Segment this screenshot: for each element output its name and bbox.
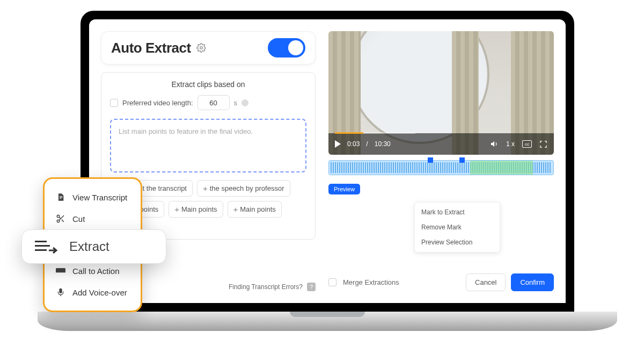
preferred-length-checkbox[interactable] xyxy=(110,99,118,107)
svg-rect-2 xyxy=(60,197,62,198)
preview-button[interactable]: Preview xyxy=(328,184,360,194)
time-sep: / xyxy=(366,140,368,148)
suggestion-chip[interactable]: +Main points xyxy=(228,201,282,218)
play-icon[interactable] xyxy=(335,140,341,148)
preferred-length-row: Preferred video length: s xyxy=(110,95,306,110)
tool-label: Add Voice-over xyxy=(72,288,127,297)
video-progress-bar[interactable] xyxy=(335,132,415,134)
video-controls: 0:03 / 10:30 1 x cc xyxy=(328,133,554,155)
svg-rect-3 xyxy=(60,198,61,199)
suggestion-chip[interactable]: +the speech by professor xyxy=(197,180,290,197)
svg-rect-1 xyxy=(60,196,62,197)
svg-line-8 xyxy=(59,217,61,219)
svg-point-0 xyxy=(200,47,202,49)
extract-label: Extract xyxy=(69,239,109,254)
svg-point-5 xyxy=(57,220,60,222)
mic-icon xyxy=(55,287,66,297)
suggestion-chip[interactable]: +Main points xyxy=(169,201,223,218)
svg-rect-11 xyxy=(60,289,62,293)
video-current-time: 0:03 xyxy=(347,140,360,148)
timeline[interactable] xyxy=(328,160,554,178)
cta-icon xyxy=(55,268,66,275)
transcript-errors-hint: Finding Transcript Errors? xyxy=(229,283,303,291)
timeline-handle[interactable] xyxy=(428,157,433,163)
svg-rect-10 xyxy=(56,272,65,275)
cancel-button[interactable]: Cancel xyxy=(466,273,506,291)
merge-extractions-checkbox[interactable] xyxy=(328,278,336,286)
auto-extract-toggle[interactable] xyxy=(268,38,305,57)
tool-voice-over[interactable]: Add Voice-over xyxy=(45,282,141,303)
svg-line-7 xyxy=(62,220,64,222)
document-icon xyxy=(55,192,66,202)
plus-icon: + xyxy=(203,184,208,193)
info-icon[interactable] xyxy=(241,99,248,106)
context-preview-selection[interactable]: Preview Selection xyxy=(415,235,500,250)
svg-point-4 xyxy=(57,215,60,218)
merge-extractions-label: Merge Extractions xyxy=(343,278,399,286)
prompt-textarea[interactable]: List main points to feature in the final… xyxy=(110,119,306,172)
tool-label: Cut xyxy=(72,214,85,224)
marked-region[interactable] xyxy=(470,161,533,175)
right-panel: 0:03 / 10:30 1 x cc xyxy=(328,31,554,291)
preferred-length-label: Preferred video length: xyxy=(122,99,193,107)
gear-icon[interactable] xyxy=(196,43,206,53)
video-progress-fill xyxy=(335,132,363,134)
laptop-notch xyxy=(290,312,365,317)
svg-rect-15 xyxy=(35,249,47,251)
waveform[interactable] xyxy=(328,160,554,175)
help-icon[interactable]: ? xyxy=(307,283,316,291)
svg-rect-14 xyxy=(35,245,50,247)
auto-extract-header: Auto Extract xyxy=(101,31,316,64)
extract-icon xyxy=(35,239,58,255)
volume-icon[interactable] xyxy=(490,140,499,148)
preferred-length-unit: s xyxy=(234,99,238,107)
context-mark-to-extract[interactable]: Mark to Extract xyxy=(415,205,500,220)
preferred-length-input[interactable] xyxy=(197,95,230,110)
video-total-time: 10:30 xyxy=(375,140,391,148)
context-remove-mark[interactable]: Remove Mark xyxy=(415,220,500,235)
playback-speed[interactable]: 1 x xyxy=(506,140,515,148)
tool-extract-highlight[interactable]: Extract xyxy=(21,229,166,264)
video-preview[interactable]: 0:03 / 10:30 1 x cc xyxy=(328,31,554,155)
laptop-frame: Auto Extract Extract clips based on Pref… xyxy=(80,11,574,312)
tool-label: View Transcript xyxy=(72,193,127,202)
plus-icon: + xyxy=(174,205,179,214)
cc-icon[interactable]: cc xyxy=(522,140,532,148)
scissors-icon xyxy=(55,214,66,224)
timeline-handle[interactable] xyxy=(459,157,465,163)
tool-view-transcript[interactable]: View Transcript xyxy=(45,186,141,208)
timeline-context-menu: Mark to Extract Remove Mark Preview Sele… xyxy=(414,202,500,253)
auto-extract-title: Auto Extract xyxy=(111,40,191,56)
tool-label: Call to Action xyxy=(72,266,120,276)
tool-cut[interactable]: Cut xyxy=(45,208,141,229)
svg-rect-13 xyxy=(35,241,47,242)
confirm-button[interactable]: Confirm xyxy=(511,273,554,291)
plus-icon: + xyxy=(233,205,238,214)
right-footer: Merge Extractions Cancel Confirm xyxy=(328,273,554,291)
fullscreen-icon[interactable] xyxy=(539,140,547,148)
extract-heading: Extract clips based on xyxy=(110,80,306,89)
